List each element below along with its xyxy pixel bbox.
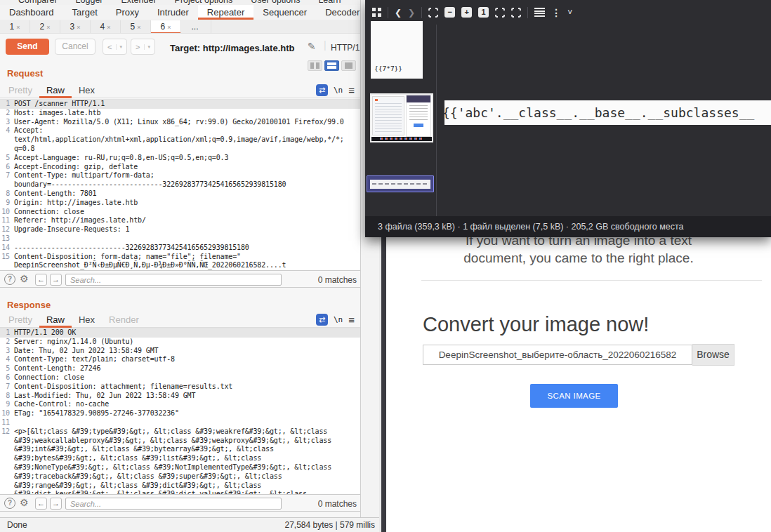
actual-size-icon[interactable]: 1 [478,7,489,18]
close-tab-icon[interactable]: × [137,24,140,31]
toolbar-separator[interactable] [527,7,528,18]
layout-columns-icon[interactable] [308,60,322,71]
repeater-tab-3[interactable]: 3× [60,20,91,34]
prettify-icon[interactable]: ⇄ [316,84,328,96]
convert-heading: Convert your image now! [423,313,649,336]
close-tab-icon[interactable]: × [16,24,20,31]
response-tab-raw[interactable]: Raw [39,312,72,328]
thumbnails-grid-icon[interactable] [372,8,381,17]
previous-image-icon[interactable]: ❮ [395,8,402,18]
help-icon[interactable]: ? [4,274,15,285]
toolbar-separator[interactable] [421,7,422,18]
response-tab-hex[interactable]: Hex [72,312,102,328]
editor-line: 5Accept-Language: ru-RU,ru;q=0.8,en-US;q… [0,154,360,163]
request-search-input[interactable] [65,274,282,286]
zoom-in-icon[interactable]: + [461,7,472,18]
tab-dashboard[interactable]: Dashboard [0,5,63,20]
frameless-view-icon[interactable] [511,8,521,18]
menu-item[interactable]: Comparer [18,0,58,5]
tab-repeater[interactable]: Repeater [198,5,253,20]
tab-target[interactable]: Target [63,5,107,20]
menu-item[interactable]: Learn [318,0,341,5]
caret-down-icon[interactable]: ▾ [144,44,150,50]
close-tab-icon[interactable]: × [107,24,110,31]
editor-line: DeepinScreenshot_Ð²Ñ‹Ð±ÐµÑ€Ð¸Ñ‚Ðµ-Ð¾Ð±Ð»… [0,261,360,270]
tab-sequencer[interactable]: Sequencer [253,5,316,20]
request-editor[interactable]: 1POST /scanner HTTP/1.12Host: images.lat… [0,99,360,270]
editor-menu-icon[interactable]: ≡ [348,84,355,96]
prettify-icon[interactable]: ⇄ [316,314,328,326]
search-next-icon[interactable]: → [50,274,62,286]
scan-image-button[interactable]: SCAN IMAGE [530,384,618,408]
thumbnail-desktop-screenshot[interactable] [370,93,433,142]
caret-down-icon[interactable]: ▾ [116,44,122,50]
search-next-icon[interactable]: → [50,498,62,510]
repeater-tab-1[interactable]: 1× [0,20,30,34]
editor-line: 15Content-Disposition: form-data; name="… [0,253,360,262]
tab-decoder[interactable]: Decoder [316,5,360,20]
layout-rows-icon[interactable] [324,60,339,71]
next-image-icon[interactable]: ❯ [408,8,415,18]
gear-icon[interactable]: ⚙ [20,273,29,284]
repeater-tab-more[interactable]: ... [181,20,211,34]
fullscreen-icon[interactable] [495,8,505,18]
more-options-icon[interactable]: ⋮ [551,7,561,18]
edit-target-pencil-icon[interactable]: ✎ [308,41,316,52]
request-tab-pretty[interactable]: Pretty [1,83,39,98]
search-prev-icon[interactable]: ← [35,274,47,286]
response-editor[interactable]: 1HTTP/1.1 200 OK2Server: nginx/1.14.0 (U… [0,328,360,494]
help-icon[interactable]: ? [4,498,15,509]
thumbnail-panel: {{7*7}}${7*7}<%= 7*7 %>${{7*7}} [365,25,437,216]
tab-intruder[interactable]: Intruder [148,5,198,20]
repeater-tab-2[interactable]: 2× [30,20,60,34]
adjustments-icon[interactable] [534,8,545,17]
repeater-tab-4[interactable]: 4× [91,20,121,34]
toolbar-separator[interactable] [388,7,388,18]
newline-toggle-icon[interactable]: \n [334,86,343,95]
history-forward-button[interactable]: >▾ [131,39,155,55]
send-button[interactable]: Send [6,39,49,55]
gear-icon[interactable]: ⚙ [20,497,29,508]
tab-proxy[interactable]: Proxy [107,5,148,20]
editor-line: 6Accept-Encoding: gzip, deflate [0,163,360,172]
dropdown-chevron-icon[interactable]: ˅ [567,8,572,18]
response-tab-render[interactable]: Render [102,312,146,328]
editor-line: &#39;range&#39;&gt;, &lt;class &#39;dict… [0,481,360,491]
response-tab-pretty[interactable]: Pretty [1,312,39,328]
zoom-out-icon[interactable]: − [444,7,455,18]
layout-single-icon[interactable] [341,60,356,71]
http-version-label[interactable]: HTTP/1 [331,43,360,53]
request-view-tabs: PrettyRawHex [0,83,360,98]
close-tab-icon[interactable]: × [46,24,50,31]
response-search-input[interactable] [65,498,282,510]
repeater-toolbar: Send Cancel <▾ >▾ Target: http://images.… [0,34,360,63]
main-image-payload[interactable]: {{'abc'.__class__.__base__.__subclasses_… [444,100,771,125]
newline-toggle-icon[interactable]: \n [334,315,343,324]
menu-item[interactable]: Logger [76,0,103,5]
menu-item[interactable]: User options [251,0,300,5]
history-back-button[interactable]: <▾ [103,39,127,55]
cancel-button[interactable]: Cancel [55,39,95,55]
request-tab-raw[interactable]: Raw [39,83,72,98]
editor-line: 8Last-Modified: Thu, 02 Jun 2022 13:58:4… [0,392,360,401]
response-match-count: 0 matches [298,499,357,509]
request-tab-hex[interactable]: Hex [72,83,102,98]
thumbnail-selected-payload[interactable] [367,175,434,192]
file-input[interactable]: DeepinScreenshot_выберите-область_202206… [423,345,692,365]
close-tab-icon[interactable]: × [167,24,171,31]
preview-card-payloads[interactable]: {{7*7}}${7*7}<%= 7*7 %>${{7*7}} [371,21,423,79]
repeater-tab-6[interactable]: 6× [151,20,181,34]
section-divider [421,280,762,281]
close-tab-icon[interactable]: × [77,24,80,31]
menu-item[interactable]: Extender [121,0,157,5]
menu-item[interactable]: Project options [175,0,233,5]
editor-menu-icon[interactable]: ≡ [348,314,355,326]
browse-button[interactable]: Browse [692,344,734,366]
fit-to-window-icon[interactable] [428,8,438,18]
file-upload-control[interactable]: DeepinScreenshot_выберите-область_202206… [423,344,734,366]
repeater-tab-5[interactable]: 5× [121,20,151,34]
search-prev-icon[interactable]: ← [35,498,47,510]
editor-line: 2Host: images.late.htb [0,109,360,118]
editor-line: &#39;NoneType&#39;&gt;, &lt;class &#39;N… [0,463,360,472]
tagline-line2: document, you came to the right place. [386,251,771,266]
